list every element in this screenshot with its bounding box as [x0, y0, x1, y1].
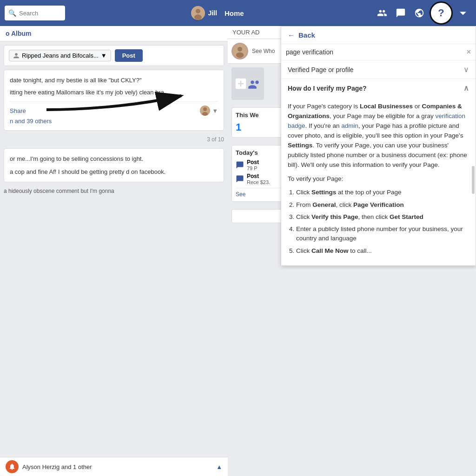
- dropdown-arrow-feed: ▼: [212, 107, 218, 114]
- back-label: Back: [298, 31, 315, 39]
- post2-label: Post: [247, 173, 270, 179]
- nav-user[interactable]: Jill: [191, 6, 217, 20]
- feed-text-2: itting here eating Mallomars like it's m…: [10, 88, 218, 97]
- page-selector-label: Ripped Jeans and Bifocals...: [22, 52, 99, 59]
- help-search-bar: ×: [281, 44, 476, 60]
- svg-point-2: [194, 14, 202, 20]
- user-name: Jill: [208, 9, 217, 17]
- expand-button[interactable]: ▲: [216, 463, 222, 470]
- avatar: [191, 6, 205, 20]
- dropdown-arrow: ▼: [101, 52, 107, 59]
- friends-icon-btn[interactable]: [374, 5, 390, 21]
- svg-point-10: [236, 53, 244, 58]
- verified-page-title: Verified Page or profile: [288, 66, 354, 73]
- post2-count: Rece $23.: [247, 179, 270, 185]
- scrollbar-indicator[interactable]: [472, 166, 475, 194]
- step-3: Click Verify this Page, then click Get S…: [296, 212, 469, 222]
- see-who-label: See Who: [252, 48, 275, 54]
- back-button[interactable]: ← Back: [281, 26, 476, 44]
- bottom-bar: Alyson Herzig and 1 other ▲: [0, 457, 228, 476]
- help-intro-para: If your Page's category is Local Busines…: [288, 102, 469, 170]
- search-box[interactable]: 🔍: [5, 6, 65, 20]
- svg-point-7: [202, 112, 208, 116]
- chevron-down-icon: ∨: [463, 65, 469, 74]
- verified-page-header[interactable]: Verified Page or profile ∨: [281, 60, 476, 79]
- help-question-mark: ?: [438, 7, 444, 19]
- bottom-text: a hideously obscene comment but I'm gonn…: [0, 186, 228, 196]
- post2-info: Post Rece $23.: [247, 173, 270, 185]
- nav-icons: ?: [374, 1, 471, 25]
- how-to-verify-title: How do I verify my Page?: [288, 85, 367, 92]
- verified-page-section: Verified Page or profile ∨: [281, 60, 476, 79]
- svg-marker-3: [460, 12, 466, 15]
- admin-link[interactable]: admin: [341, 122, 358, 129]
- search-input[interactable]: [19, 10, 61, 17]
- home-link[interactable]: Home: [225, 9, 244, 17]
- feed-card-1: date tonight, and my bestie is all like …: [4, 70, 224, 131]
- album-link[interactable]: o Album: [6, 30, 31, 37]
- commenter-avatar: [200, 106, 210, 116]
- svg-point-6: [203, 107, 207, 111]
- sidebar-avatar: [231, 43, 248, 60]
- step-1: Click Settings at the top of your Page: [296, 188, 469, 197]
- help-icon-btn[interactable]: ?: [430, 1, 453, 25]
- post-button[interactable]: Post: [115, 49, 143, 62]
- globe-icon-btn[interactable]: [411, 5, 428, 21]
- svg-point-9: [238, 47, 242, 52]
- step-2: From General, click Page Verification: [296, 200, 469, 210]
- step-4: Enter a publicly listed phone number for…: [296, 225, 469, 244]
- clear-search-button[interactable]: ×: [467, 48, 471, 56]
- feed-text-4: a cop and fine Af! I should be getting p…: [10, 167, 218, 177]
- page-selector[interactable]: Ripped Jeans and Bifocals... ▼: [9, 50, 111, 61]
- post-composer: Ripped Jeans and Bifocals... ▼ Post: [4, 45, 224, 66]
- share-link[interactable]: Share: [10, 107, 26, 114]
- pagination: 3 of 10: [0, 134, 228, 145]
- help-content: If your Page's category is Local Busines…: [281, 97, 476, 265]
- post1-info: Post 79 P: [247, 159, 259, 171]
- likes-line[interactable]: n and 39 others: [10, 118, 218, 125]
- search-icon: 🔍: [8, 9, 16, 17]
- messages-icon-btn[interactable]: [392, 5, 409, 21]
- back-arrow-icon: ←: [288, 31, 295, 39]
- your-ads-label: YOUR AD: [232, 29, 260, 36]
- feed-actions: Share ▼: [10, 101, 218, 116]
- step-5: Click Call Me Now to call...: [296, 246, 469, 256]
- post1-label: Post: [247, 159, 259, 165]
- post1-count: 79 P: [247, 165, 259, 171]
- feed-text-3: or me...I'm going to be selling concessi…: [10, 154, 218, 164]
- chevron-up-icon: ∧: [463, 84, 469, 93]
- feed-text-1: date tonight, and my bestie is all like …: [10, 76, 218, 85]
- how-to-verify-header[interactable]: How do I verify my Page? ∧: [281, 79, 476, 97]
- steps-list: Click Settings at the top of your Page F…: [296, 188, 469, 256]
- dropdown-icon-btn[interactable]: [455, 5, 471, 21]
- svg-point-1: [196, 9, 200, 13]
- main-layout: o Album Ripped Jeans and Bifocals... ▼ P…: [0, 26, 476, 476]
- notification-icon: [6, 460, 19, 473]
- feed-card-2: or me...I'm going to be selling concessi…: [4, 148, 224, 182]
- bold-settings: Settings: [288, 142, 312, 149]
- navbar: 🔍 Jill Home ?: [0, 0, 476, 26]
- help-dropdown: ← Back × Verified Page or profile ∨ How …: [281, 26, 476, 266]
- add-box[interactable]: [231, 67, 264, 100]
- nav-center: Jill Home: [65, 6, 370, 20]
- bold-local: Local Businesses: [360, 103, 413, 110]
- left-panel: o Album Ripped Jeans and Bifocals... ▼ P…: [0, 26, 228, 476]
- see-link[interactable]: See: [236, 191, 245, 198]
- how-to-verify-section: How do I verify my Page? ∧ If your Page'…: [281, 79, 476, 265]
- left-top-bar: o Album: [0, 26, 228, 41]
- to-verify-label: To verify your Page:: [288, 174, 469, 184]
- help-search-input[interactable]: [286, 48, 464, 56]
- notification-text: Alyson Herzig and 1 other: [22, 463, 92, 470]
